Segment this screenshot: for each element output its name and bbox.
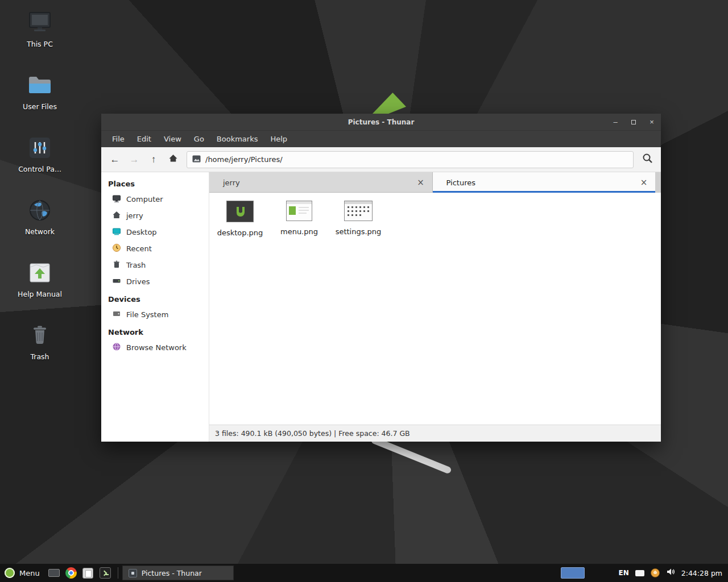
clock[interactable]: 2:44:28 pm [681, 569, 722, 577]
tab-label: Pictures [446, 178, 639, 187]
up-button[interactable]: ↑ [144, 151, 163, 169]
network-globe-icon [26, 197, 53, 224]
browser-launcher[interactable] [63, 564, 80, 582]
mint-logo-icon [5, 568, 15, 578]
file-pane: jerry × Pictures × desktop.png menu.png [209, 172, 661, 442]
keyboard-icon[interactable] [635, 570, 644, 576]
sidebar-item-label: Drives [126, 277, 150, 286]
desktop-icon-user-files[interactable]: User Files [8, 72, 72, 134]
control-panel-icon [26, 134, 53, 161]
folder-icon [26, 72, 53, 99]
image-thumbnail [226, 201, 254, 225]
sidebar: Places Computer jerry Desktop Recent Tra… [101, 172, 209, 442]
volume-icon[interactable] [666, 567, 675, 579]
terminal-icon [100, 567, 111, 579]
chrome-icon-center [68, 570, 74, 576]
up-icon: ↑ [151, 154, 156, 165]
desktop-icon-help-manual[interactable]: Help Manual [8, 259, 72, 322]
path-text: /home/jerry/Pictures/ [205, 155, 283, 164]
show-desktop-button[interactable] [46, 564, 63, 582]
forward-button[interactable]: → [125, 151, 143, 169]
desktop-icon [112, 227, 121, 238]
tab-bar: jerry × Pictures × [209, 172, 661, 193]
file-settings-png[interactable]: settings.png [331, 198, 386, 236]
maximize-button[interactable] [624, 114, 643, 130]
menu-help[interactable]: Help [264, 132, 293, 146]
sidebar-item-label: Desktop [126, 228, 157, 236]
taskbar-separator [118, 567, 118, 579]
sidebar-item-browse-network[interactable]: Browse Network [101, 339, 209, 356]
close-icon[interactable]: × [415, 177, 427, 188]
sidebar-item-desktop[interactable]: Desktop [101, 224, 209, 240]
keyboard-layout-indicator[interactable]: EN [618, 569, 628, 577]
mint-logo-fragment [371, 93, 406, 115]
window-controls: – × [606, 114, 661, 130]
sidebar-item-trash[interactable]: Trash [101, 257, 209, 273]
menu-file[interactable]: File [106, 132, 131, 146]
forward-icon: → [130, 154, 139, 165]
home-icon [112, 210, 121, 221]
menu-view[interactable]: View [158, 132, 188, 146]
taskbar-window-label: Pictures - Thunar [142, 569, 202, 577]
sidebar-item-file-system[interactable]: File System [101, 306, 209, 323]
file-manager-launcher[interactable] [80, 564, 97, 582]
desktop-icon-label: This PC [27, 40, 53, 48]
home-button[interactable] [164, 151, 182, 169]
file-list[interactable]: desktop.png menu.png settings.png [209, 193, 661, 425]
sidebar-item-drives[interactable]: Drives [101, 273, 209, 290]
terminal-launcher[interactable] [97, 564, 114, 582]
tab-jerry[interactable]: jerry × [209, 172, 433, 193]
desktop-icon-this-pc[interactable]: This PC [8, 9, 72, 72]
path-bar[interactable]: /home/jerry/Pictures/ [187, 151, 634, 168]
sidebar-item-label: Trash [126, 261, 146, 269]
close-icon[interactable]: × [638, 177, 650, 188]
minimize-icon: – [613, 118, 617, 126]
clock-icon [112, 243, 121, 254]
sidebar-item-label: jerry [126, 211, 143, 220]
tab-label: jerry [223, 178, 415, 187]
workspace-switcher[interactable] [561, 567, 585, 579]
trash-icon [26, 322, 53, 349]
search-button[interactable] [638, 151, 656, 169]
sidebar-item-recent[interactable]: Recent [101, 240, 209, 257]
minimize-button[interactable]: – [606, 114, 624, 130]
sidebar-item-computer[interactable]: Computer [101, 191, 209, 207]
desktop-icon-control-panel[interactable]: Control Pa... [8, 134, 72, 197]
system-tray: EN 2:44:28 pm [561, 567, 728, 579]
menu-button[interactable]: Menu [0, 564, 46, 582]
desktop: { "glyphs": { "back": "←", "forward": "→… [0, 0, 728, 582]
desktop-icon-network[interactable]: Network [8, 197, 72, 259]
taskbar-window-button[interactable]: Pictures - Thunar [122, 566, 234, 580]
file-menu-png[interactable]: menu.png [272, 198, 326, 236]
update-manager-icon[interactable] [651, 568, 660, 577]
menu-go[interactable]: Go [188, 132, 210, 146]
home-icon [168, 153, 178, 165]
thunar-window: Pictures - Thunar – × File Edit View Go … [101, 114, 661, 442]
location-icon [192, 154, 201, 165]
drive-icon [112, 276, 121, 287]
computer-icon [112, 194, 121, 205]
window-title: Pictures - Thunar [101, 118, 661, 126]
taskbar: Menu Pictures - Thunar EN 2:44:28 pm [0, 564, 728, 582]
status-bar: 3 files: 490.1 kB (490,050 bytes) | Free… [209, 425, 661, 442]
maximize-icon [631, 120, 636, 124]
file-manager-icon [82, 568, 93, 579]
back-icon: ← [110, 154, 120, 165]
wallpaper-white-streak [370, 436, 452, 474]
file-name: menu.png [280, 227, 318, 236]
sidebar-header-places: Places [101, 174, 209, 191]
desktop-icon-label: User Files [23, 102, 57, 111]
tab-pictures[interactable]: Pictures × [433, 172, 656, 193]
close-button[interactable]: × [643, 114, 661, 130]
back-button[interactable]: ← [106, 151, 124, 169]
desktop-icon-trash[interactable]: Trash [8, 322, 72, 384]
sidebar-item-home[interactable]: jerry [101, 207, 209, 224]
desktop-icon-label: Control Pa... [18, 165, 61, 173]
title-bar[interactable]: Pictures - Thunar – × [101, 114, 661, 131]
window-main: Places Computer jerry Desktop Recent Tra… [101, 172, 661, 442]
menu-bookmarks[interactable]: Bookmarks [210, 132, 264, 146]
file-desktop-png[interactable]: desktop.png [213, 198, 267, 237]
desktop-icon-label: Help Manual [18, 290, 62, 298]
menu-edit[interactable]: Edit [131, 132, 158, 146]
file-name: settings.png [336, 227, 382, 236]
